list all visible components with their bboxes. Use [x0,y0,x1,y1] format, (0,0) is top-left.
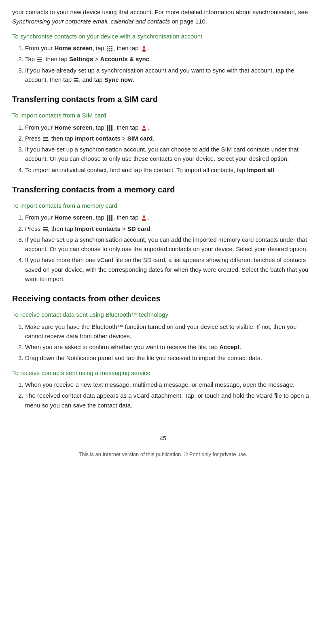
svg-rect-19 [111,125,112,127]
svg-rect-12 [37,59,42,60]
svg-rect-23 [107,129,108,131]
menu-icon-small-2 [74,78,78,83]
grid-icon [106,45,113,52]
bluetooth-subheading: To receive contact data sent using Bluet… [12,310,314,320]
svg-rect-43 [43,229,48,230]
svg-rect-34 [107,217,108,219]
bluetooth-step-1: Make sure you have the Bluetooth™ functi… [25,322,314,341]
messaging-step-1: When you receive a new text message, mul… [25,380,314,389]
svg-rect-17 [107,125,108,127]
page-number: 45 [12,434,314,443]
memory-steps-list: From your Home screen, tap , then tap . … [19,213,314,284]
svg-rect-32 [109,215,110,217]
sim-step-4: To import an individual contact, find an… [25,165,314,175]
svg-rect-31 [107,215,108,217]
intro-paragraph: your contacts to your new device using t… [12,7,314,26]
svg-point-26 [143,126,145,128]
svg-rect-18 [109,125,110,127]
memory-subheading: To import contacts from a memory card [12,201,314,211]
svg-rect-11 [37,58,42,58]
footer-text: This is an Internet version of this publ… [12,447,314,458]
sim-subheading: To import contacts from a SIM card [12,111,314,120]
svg-rect-15 [74,80,78,81]
svg-point-27 [142,129,146,131]
memory-main-heading: Transferring contacts from a memory card [12,183,314,196]
svg-rect-29 [43,139,48,139]
svg-rect-20 [107,127,108,129]
svg-rect-4 [109,48,110,49]
svg-rect-35 [109,217,110,219]
sim-main-heading: Transferring contacts from a SIM card [12,93,314,105]
sim-steps-list: From your Home screen, tap , then tap . … [19,123,314,175]
menu-icon-small-3 [43,136,48,141]
person-icon-3 [141,215,147,221]
sync-step-3: If you have already set up a synchronisa… [25,66,314,85]
menu-icon-small-4 [43,227,48,232]
svg-rect-44 [43,230,48,231]
grid-icon-2 [106,125,113,131]
receiving-main-heading: Receiving contacts from other devices [12,292,314,305]
svg-rect-7 [109,50,110,51]
svg-point-40 [143,215,145,218]
sim-step-1: From your Home screen, tap , then tap . [25,123,314,132]
svg-rect-42 [43,227,48,228]
sync-steps-list: From your Home screen, tap , then tap . … [19,43,314,84]
svg-rect-2 [111,46,112,47]
sim-step-3: If you have set up a synchronisation acc… [25,145,314,164]
sync-step-2: Tap , then tap Settings > Accounts & syn… [25,54,314,64]
svg-rect-0 [107,46,108,47]
svg-rect-13 [37,61,42,62]
memory-step-2: Press , then tap Import contacts > SD ca… [25,224,314,233]
svg-rect-37 [107,219,108,221]
messaging-steps-list: When you receive a new text message, mul… [19,380,314,410]
person-icon [141,45,147,52]
svg-rect-16 [74,81,78,82]
memory-step-4: If you have more than one vCard file on … [25,255,314,284]
svg-rect-14 [74,78,78,79]
grid-icon-3 [106,215,113,221]
svg-point-10 [142,49,146,52]
svg-point-9 [143,46,145,49]
svg-rect-30 [43,140,48,141]
messaging-step-2: The received contact data appears as a v… [25,391,314,410]
svg-rect-6 [107,50,108,51]
svg-rect-39 [111,219,112,221]
svg-rect-21 [109,127,110,129]
svg-rect-1 [109,46,110,47]
memory-step-3: If you have set up a synchronisation acc… [25,235,314,254]
sync-subheading: To synchronise contacts on your device w… [12,32,314,41]
svg-point-41 [142,219,146,221]
sync-step-1: From your Home screen, tap , then tap . [25,43,314,53]
messaging-subheading: To receive contacts sent using a messagi… [12,369,314,378]
memory-step-1: From your Home screen, tap , then tap . [25,213,314,222]
svg-rect-22 [111,127,112,129]
svg-rect-38 [109,219,110,221]
svg-rect-3 [107,48,108,49]
svg-rect-24 [109,129,110,131]
svg-rect-8 [111,50,112,51]
bluetooth-step-3: Drag down the Notification panel and tap… [25,353,314,363]
page: your contacts to your new device using t… [0,0,326,644]
svg-rect-36 [111,217,112,219]
svg-rect-5 [111,48,112,49]
svg-rect-25 [111,129,112,131]
menu-icon-small [37,57,42,62]
person-icon-2 [141,125,147,131]
svg-rect-33 [111,215,112,217]
svg-rect-28 [43,137,48,138]
bluetooth-step-2: When you are asked to confirm whether yo… [25,342,314,352]
sim-step-2: Press , then tap Import contacts > SIM c… [25,134,314,143]
bluetooth-steps-list: Make sure you have the Bluetooth™ functi… [19,322,314,363]
